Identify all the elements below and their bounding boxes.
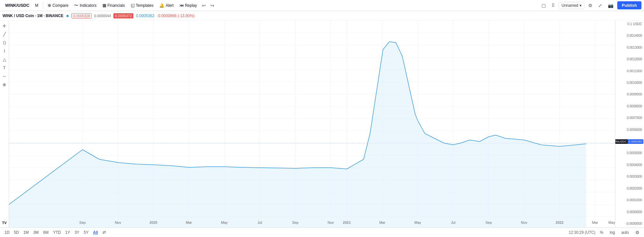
svg-text:2020: 2020 [149, 221, 157, 224]
y-label-3000: 0.0003000 [616, 174, 643, 179]
financials-icon: ▦ [102, 3, 106, 8]
y-label-14000: 0.0014000 [616, 34, 643, 38]
pair-label: WINK / USD Coin · 1M · BINANCE [3, 14, 63, 18]
unnamed-dropdown[interactable]: Unnamed ▾ [559, 2, 584, 9]
y-label-2000: 0.0002000 [616, 186, 643, 191]
price-current: 0.0005362 [136, 14, 154, 18]
left-sidebar: ✛ ╱ ⟨⟩ ⌇ △ T ↔ ⊕ TV [0, 21, 9, 227]
price-change: -0.0000866 (-13.90%) [157, 14, 195, 18]
time-5d-button[interactable]: 5D [12, 230, 21, 235]
log-button[interactable]: log [608, 230, 617, 235]
templates-button[interactable]: ◱ Templates [128, 2, 156, 9]
y-label-1000: 0.0001000 [616, 198, 643, 202]
compare-button[interactable]: ⊕ Compare [45, 2, 71, 9]
layout-button[interactable]: ▢ [540, 2, 548, 9]
time-3m-button[interactable]: 3M [31, 230, 41, 235]
chart-area[interactable]: Sep Nov 2020 Mar May Jul Sep Nov 2021 Ma… [9, 21, 615, 227]
shape-tool[interactable]: △ [1, 55, 8, 63]
indicators-icon: 〜 [74, 3, 78, 8]
main-area: ✛ ╱ ⟨⟩ ⌇ △ T ↔ ⊕ TV [0, 21, 644, 227]
svg-text:Nov: Nov [115, 221, 121, 224]
svg-text:Mar: Mar [379, 221, 385, 224]
time-3y-button[interactable]: 3Y [72, 230, 81, 235]
time-all-button[interactable]: All [91, 230, 100, 235]
main-toolbar: WINK/USDC M ⊕ Compare 〜 Indicators ▦ Fin… [0, 0, 644, 11]
fullscreen-button[interactable]: ⤢ [596, 2, 604, 9]
settings-gear-button[interactable]: ⚙ [633, 229, 641, 236]
bottom-bar: 1D 5D 1M 3M 6M YTD 1Y 3Y 5Y All ⇄ 12:30:… [0, 227, 644, 237]
auto-button[interactable]: auto [620, 230, 631, 235]
compare-chart-button[interactable]: ⇄ [101, 229, 108, 235]
svg-text:Sep: Sep [292, 221, 299, 224]
bottom-right-info: 12:30:29 (UTC) % log auto ⚙ [569, 229, 641, 236]
price-chart-svg: Sep Nov 2020 Mar May Jul Sep Nov 2021 Ma… [9, 21, 615, 227]
y-label-10000: 0.0010000 [616, 81, 643, 85]
redo-button[interactable]: ↪ [208, 2, 216, 9]
time-1m-button[interactable]: 1M [22, 230, 31, 235]
y-axis: 0.1 USDC 0.0014000 0.0013000 0.0012000 0… [615, 21, 644, 227]
timestamp: 12:30:29 (UTC) [569, 230, 595, 235]
y-label-neg: -0.0000000 [616, 222, 643, 226]
zoom-tool[interactable]: ⊕ [1, 81, 8, 88]
svg-text:Jul: Jul [451, 221, 456, 224]
svg-text:May: May [221, 221, 228, 224]
price-small: 0.0000044 [94, 14, 111, 18]
svg-text:Sep: Sep [485, 221, 492, 224]
svg-text:Mar: Mar [186, 221, 192, 224]
time-5y-button[interactable]: 5Y [82, 230, 91, 235]
line-tool[interactable]: ╱ [1, 30, 8, 38]
measure-tool[interactable]: ↔ [1, 72, 8, 80]
chevron-down-icon: ▾ [580, 3, 582, 8]
svg-text:Sep: Sep [79, 221, 86, 224]
fib-tool[interactable]: ⌇ [1, 47, 8, 55]
svg-text:2022: 2022 [556, 221, 563, 224]
settings-button[interactable]: ⚙ [586, 2, 594, 9]
y-label-11000: 0.0011000 [616, 69, 643, 74]
time-ytd-button[interactable]: YTD [51, 230, 63, 235]
y-label-9000: 0.0009000 [616, 92, 643, 97]
alert-button[interactable]: 🔔 Alert [157, 2, 176, 9]
svg-text:May: May [414, 221, 421, 224]
y-label-0: 0.0000000 [616, 210, 643, 214]
templates-icon: ◱ [131, 3, 135, 8]
time-1y-button[interactable]: 1Y [63, 230, 72, 235]
undo-button[interactable]: ↩ [200, 2, 208, 9]
price-open-box[interactable]: 0.0005328 [72, 13, 91, 18]
replay-button[interactable]: ⏮ Replay [177, 2, 199, 9]
toolbar-right: ▢ ⠿ Unnamed ▾ ⚙ ⤢ 📷 Publish [540, 1, 641, 9]
y-label-13000: 0.0013000 [616, 45, 643, 50]
replay-icon: ⏮ [179, 3, 184, 8]
pair-dot: ● [66, 13, 69, 19]
brand-label: WINK/USDC [3, 3, 32, 8]
text-tool[interactable]: T [1, 64, 8, 72]
price-tag: WINUSDC 0.0005362 [615, 139, 643, 144]
y-label-12000: 0.0012000 [616, 57, 643, 62]
percent-button[interactable]: % [598, 230, 605, 235]
crosshair-tool[interactable]: ✛ [1, 22, 8, 30]
separator-1 [43, 2, 43, 9]
y-label-4000: 0.0004000 [616, 163, 643, 167]
svg-text:Nov: Nov [521, 221, 527, 224]
y-label-7000: 0.0007000 [616, 116, 643, 120]
y-label-8000: 0.0008000 [616, 104, 643, 109]
indicators-button[interactable]: 〜 Indicators [72, 1, 99, 10]
y-label-5000: 0.0005000 [616, 151, 643, 155]
time-1d-button[interactable]: 1D [3, 230, 11, 235]
price-close-box[interactable]: 0.0005372 [113, 13, 133, 18]
grid-button[interactable]: ⠿ [550, 2, 557, 9]
tradingview-logo: TV [2, 221, 6, 225]
y-label-top: 0.1 USDC [616, 22, 643, 26]
alert-icon: 🔔 [159, 3, 164, 8]
time-6m-button[interactable]: 6M [41, 230, 51, 235]
channel-tool[interactable]: ⟨⟩ [1, 39, 8, 46]
chart-info-bar: WINK / USD Coin · 1M · BINANCE ● 0.00053… [0, 11, 644, 21]
y-label-6000: 0.0006000 [616, 128, 643, 132]
svg-text:Mar: Mar [592, 221, 598, 224]
svg-text:Jul: Jul [257, 221, 262, 224]
svg-text:Nov: Nov [328, 221, 334, 224]
timeframe-button[interactable]: M [33, 2, 41, 9]
financials-button[interactable]: ▦ Financials [100, 2, 128, 9]
publish-button[interactable]: Publish [617, 1, 641, 9]
camera-button[interactable]: 📷 [606, 2, 615, 9]
compare-icon: ⊕ [48, 3, 51, 8]
